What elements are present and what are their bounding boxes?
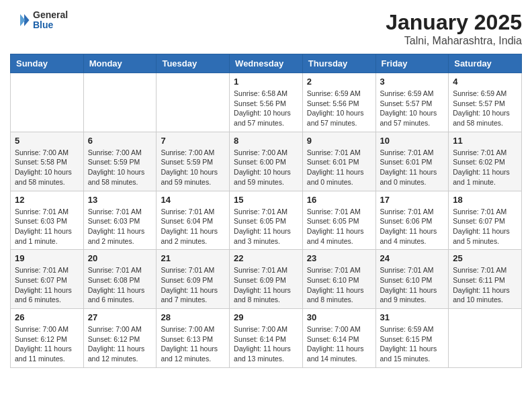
day-number: 1 [234, 77, 298, 87]
calendar-header-row: SundayMondayTuesdayWednesdayThursdayFrid… [11, 54, 522, 73]
day-info: Sunrise: 7:01 AMSunset: 6:03 PMDaylight:… [15, 207, 79, 246]
calendar-cell: 9Sunrise: 7:01 AMSunset: 6:01 PMDaylight… [302, 132, 375, 191]
day-number: 6 [88, 136, 152, 146]
week-row-4: 19Sunrise: 7:01 AMSunset: 6:07 PMDayligh… [11, 250, 522, 309]
calendar-cell: 25Sunrise: 7:01 AMSunset: 6:11 PMDayligh… [449, 250, 522, 309]
week-row-1: 1Sunrise: 6:58 AMSunset: 5:56 PMDaylight… [11, 73, 522, 132]
calendar-cell: 30Sunrise: 7:00 AMSunset: 6:14 PMDayligh… [302, 309, 375, 368]
calendar-cell: 11Sunrise: 7:01 AMSunset: 6:02 PMDayligh… [449, 132, 522, 191]
day-number: 11 [453, 136, 517, 146]
week-row-5: 26Sunrise: 7:00 AMSunset: 6:12 PMDayligh… [11, 309, 522, 368]
day-number: 29 [234, 312, 298, 322]
day-number: 23 [307, 253, 371, 263]
day-info: Sunrise: 7:01 AMSunset: 6:10 PMDaylight:… [307, 265, 371, 305]
calendar-cell [83, 73, 157, 132]
title-block: January 2025 Talni, Maharashtra, India [386, 10, 522, 47]
calendar-cell [449, 309, 522, 368]
calendar-cell: 27Sunrise: 7:00 AMSunset: 6:12 PMDayligh… [83, 309, 157, 368]
day-info: Sunrise: 7:00 AMSunset: 5:59 PMDaylight:… [161, 148, 225, 187]
calendar-cell: 18Sunrise: 7:01 AMSunset: 6:07 PMDayligh… [449, 191, 522, 250]
calendar-cell: 16Sunrise: 7:01 AMSunset: 6:05 PMDayligh… [302, 191, 375, 250]
logo-text: General Blue [33, 10, 68, 31]
day-info: Sunrise: 7:01 AMSunset: 6:07 PMDaylight:… [15, 265, 79, 305]
day-info: Sunrise: 7:00 AMSunset: 6:00 PMDaylight:… [234, 148, 298, 187]
day-info: Sunrise: 7:00 AMSunset: 6:12 PMDaylight:… [88, 324, 152, 364]
day-number: 17 [380, 195, 445, 205]
calendar-cell: 4Sunrise: 6:59 AMSunset: 5:57 PMDaylight… [449, 73, 522, 132]
calendar-cell: 8Sunrise: 7:00 AMSunset: 6:00 PMDaylight… [230, 132, 303, 191]
day-info: Sunrise: 7:01 AMSunset: 6:10 PMDaylight:… [380, 265, 445, 305]
calendar-cell: 28Sunrise: 7:00 AMSunset: 6:13 PMDayligh… [157, 309, 230, 368]
calendar-cell [157, 73, 230, 132]
calendar-cell: 3Sunrise: 6:59 AMSunset: 5:57 PMDaylight… [375, 73, 449, 132]
day-info: Sunrise: 6:59 AMSunset: 6:15 PMDaylight:… [380, 324, 445, 364]
day-number: 8 [234, 136, 298, 146]
day-number: 31 [380, 312, 445, 322]
day-number: 7 [161, 136, 225, 146]
calendar-cell: 2Sunrise: 6:59 AMSunset: 5:56 PMDaylight… [302, 73, 375, 132]
day-info: Sunrise: 7:01 AMSunset: 6:09 PMDaylight:… [234, 265, 298, 305]
calendar-cell: 17Sunrise: 7:01 AMSunset: 6:06 PMDayligh… [375, 191, 449, 250]
day-header-monday: Monday [83, 54, 157, 73]
day-number: 5 [15, 136, 79, 146]
day-header-tuesday: Tuesday [157, 54, 230, 73]
day-number: 4 [453, 77, 517, 87]
calendar-subtitle: Talni, Maharashtra, India [386, 35, 522, 47]
day-number: 12 [15, 195, 79, 205]
day-info: Sunrise: 7:01 AMSunset: 6:11 PMDaylight:… [453, 265, 517, 305]
day-number: 24 [380, 253, 445, 263]
page-header: General Blue January 2025 Talni, Maharas… [10, 10, 522, 47]
calendar-cell: 20Sunrise: 7:01 AMSunset: 6:08 PMDayligh… [83, 250, 157, 309]
day-info: Sunrise: 7:00 AMSunset: 6:13 PMDaylight:… [161, 324, 225, 364]
logo-icon [10, 10, 30, 30]
day-number: 18 [453, 195, 517, 205]
day-number: 10 [380, 136, 445, 146]
day-info: Sunrise: 7:00 AMSunset: 6:14 PMDaylight:… [307, 324, 371, 364]
day-number: 16 [307, 195, 371, 205]
day-number: 28 [161, 312, 225, 322]
day-header-sunday: Sunday [11, 54, 84, 73]
calendar-title: January 2025 [386, 10, 522, 35]
day-number: 14 [161, 195, 225, 205]
day-info: Sunrise: 7:01 AMSunset: 6:07 PMDaylight:… [453, 207, 517, 246]
calendar-cell: 7Sunrise: 7:00 AMSunset: 5:59 PMDaylight… [157, 132, 230, 191]
logo-blue: Blue [33, 20, 68, 30]
day-number: 26 [15, 312, 79, 322]
day-info: Sunrise: 7:00 AMSunset: 5:58 PMDaylight:… [15, 148, 79, 187]
day-number: 19 [15, 253, 79, 263]
day-info: Sunrise: 7:01 AMSunset: 6:09 PMDaylight:… [161, 265, 225, 305]
day-info: Sunrise: 6:58 AMSunset: 5:56 PMDaylight:… [234, 89, 298, 128]
calendar-cell: 1Sunrise: 6:58 AMSunset: 5:56 PMDaylight… [230, 73, 303, 132]
calendar-cell: 24Sunrise: 7:01 AMSunset: 6:10 PMDayligh… [375, 250, 449, 309]
day-number: 30 [307, 312, 371, 322]
day-info: Sunrise: 7:00 AMSunset: 6:12 PMDaylight:… [15, 324, 79, 364]
day-info: Sunrise: 7:01 AMSunset: 6:01 PMDaylight:… [380, 148, 445, 187]
calendar-cell: 22Sunrise: 7:01 AMSunset: 6:09 PMDayligh… [230, 250, 303, 309]
day-number: 25 [453, 253, 517, 263]
day-info: Sunrise: 7:01 AMSunset: 6:01 PMDaylight:… [307, 148, 371, 187]
day-number: 22 [234, 253, 298, 263]
calendar-cell: 14Sunrise: 7:01 AMSunset: 6:04 PMDayligh… [157, 191, 230, 250]
day-info: Sunrise: 7:01 AMSunset: 6:03 PMDaylight:… [88, 207, 152, 246]
day-header-saturday: Saturday [449, 54, 522, 73]
day-number: 27 [88, 312, 152, 322]
day-number: 15 [234, 195, 298, 205]
day-info: Sunrise: 7:01 AMSunset: 6:08 PMDaylight:… [88, 265, 152, 305]
day-info: Sunrise: 6:59 AMSunset: 5:57 PMDaylight:… [453, 89, 517, 128]
calendar-cell: 10Sunrise: 7:01 AMSunset: 6:01 PMDayligh… [375, 132, 449, 191]
day-header-thursday: Thursday [302, 54, 375, 73]
calendar-cell: 21Sunrise: 7:01 AMSunset: 6:09 PMDayligh… [157, 250, 230, 309]
day-info: Sunrise: 7:01 AMSunset: 6:05 PMDaylight:… [307, 207, 371, 246]
day-header-friday: Friday [375, 54, 449, 73]
calendar-cell: 12Sunrise: 7:01 AMSunset: 6:03 PMDayligh… [11, 191, 84, 250]
day-number: 13 [88, 195, 152, 205]
calendar-cell: 29Sunrise: 7:00 AMSunset: 6:14 PMDayligh… [230, 309, 303, 368]
calendar-cell: 19Sunrise: 7:01 AMSunset: 6:07 PMDayligh… [11, 250, 84, 309]
day-info: Sunrise: 6:59 AMSunset: 5:56 PMDaylight:… [307, 89, 371, 128]
day-info: Sunrise: 7:01 AMSunset: 6:02 PMDaylight:… [453, 148, 517, 187]
calendar-table: SundayMondayTuesdayWednesdayThursdayFrid… [10, 54, 522, 368]
calendar-cell: 6Sunrise: 7:00 AMSunset: 5:59 PMDaylight… [83, 132, 157, 191]
calendar-cell: 26Sunrise: 7:00 AMSunset: 6:12 PMDayligh… [11, 309, 84, 368]
week-row-3: 12Sunrise: 7:01 AMSunset: 6:03 PMDayligh… [11, 191, 522, 250]
day-number: 3 [380, 77, 445, 87]
